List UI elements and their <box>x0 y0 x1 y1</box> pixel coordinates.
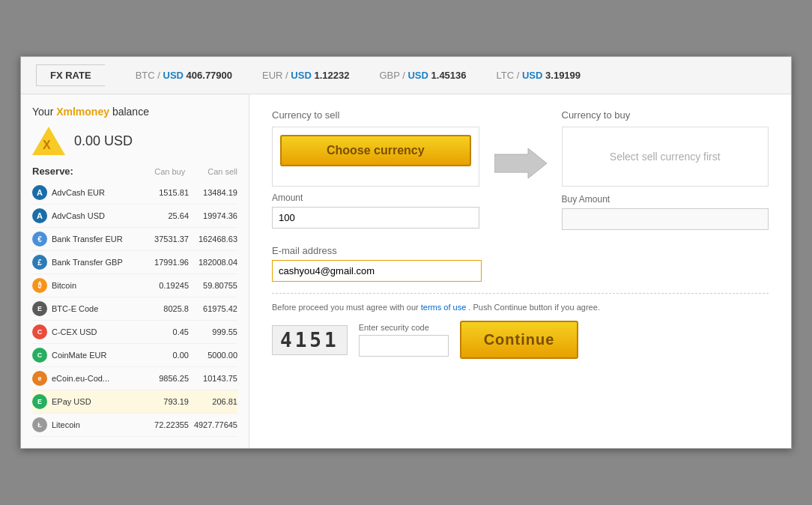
reserve-item-sell: 162468.63 <box>189 235 237 244</box>
reserve-item-buy: 0.45 <box>140 327 189 336</box>
reserve-item-icon: € <box>32 232 47 247</box>
reserve-item-name: C-CEX USD <box>52 327 140 336</box>
reserve-item-sell: 61975.42 <box>189 304 237 313</box>
reserve-list-item[interactable]: C C-CEX USD 0.45 999.55 <box>32 321 237 344</box>
reserve-list-item[interactable]: E EPay USD 793.19 206.81 <box>32 390 237 414</box>
reserve-list-item[interactable]: E BTC-E Code 8025.8 61975.42 <box>32 297 237 321</box>
reserve-item-sell: 5000.00 <box>189 351 237 360</box>
reserve-list-item[interactable]: A AdvCash EUR 1515.81 13484.19 <box>32 181 237 205</box>
fx-pair-btc: BTC / USD 406.77900 <box>136 70 232 81</box>
reserve-item-icon: A <box>32 208 47 223</box>
reserve-item-buy: 37531.37 <box>140 235 189 244</box>
security-code-input[interactable] <box>359 335 449 357</box>
reserve-item-icon: Ł <box>32 417 47 432</box>
reserve-item-name: Bitcoin <box>52 281 140 290</box>
sell-currency-label: Currency to sell <box>272 109 479 121</box>
sidebar: Your Xmlmoney balance X 0.00 USD Reserve… <box>21 94 249 448</box>
reserve-list-item[interactable]: e eCoin.eu-Cod... 9856.25 10143.75 <box>32 367 237 390</box>
terms-text: Before proceed you must agree with our t… <box>272 303 769 312</box>
reserve-item-icon: A <box>32 185 47 200</box>
reserve-item-name: Bank Transfer GBP <box>52 258 140 267</box>
reserve-item-sell: 206.81 <box>189 397 237 406</box>
sell-box: Choose currency <box>272 127 479 187</box>
reserve-item-name: CoinMate EUR <box>52 351 140 360</box>
reserve-item-buy: 9856.25 <box>140 374 189 383</box>
reserve-item-icon: £ <box>32 255 47 270</box>
email-input[interactable] <box>272 260 482 282</box>
email-label: E-mail address <box>272 245 769 256</box>
amount-label: Amount <box>272 193 479 203</box>
exchange-grid: Currency to sell Choose currency Amount <box>272 109 769 230</box>
svg-marker-2 <box>494 148 547 178</box>
reserve-item-name: eCoin.eu-Cod... <box>52 374 140 383</box>
reserve-item-buy: 72.22355 <box>140 420 189 429</box>
main-content: Currency to sell Choose currency Amount <box>249 94 791 448</box>
buy-placeholder: Select sell currency first <box>610 151 721 163</box>
reserve-item-sell: 10143.75 <box>189 374 237 383</box>
reserve-list-item[interactable]: A AdvCash USD 25.64 19974.36 <box>32 205 237 228</box>
reserve-item-icon: e <box>32 371 47 386</box>
fx-pair-gbp: GBP / USD 1.45136 <box>379 70 466 81</box>
sell-section: Currency to sell Choose currency Amount <box>272 109 479 229</box>
reserve-item-sell: 999.55 <box>189 327 237 336</box>
balance-title: Your Xmlmoney balance <box>32 106 237 118</box>
xmlmoney-logo: X <box>32 127 65 155</box>
reserve-item-name: Bank Transfer EUR <box>52 235 140 244</box>
reserve-item-buy: 0.00 <box>140 351 189 360</box>
reserve-item-name: Litecoin <box>52 420 140 429</box>
reserve-item-buy: 0.19245 <box>140 281 189 290</box>
reserve-item-buy: 8025.8 <box>140 304 189 313</box>
reserve-item-sell: 59.80755 <box>189 281 237 290</box>
choose-currency-button[interactable]: Choose currency <box>280 135 471 166</box>
reserve-item-icon: C <box>32 348 47 363</box>
reserve-item-buy: 17991.96 <box>140 258 189 267</box>
reserve-item-buy: 1515.81 <box>140 188 189 197</box>
arrow-section <box>494 109 547 181</box>
reserve-item-buy: 793.19 <box>140 397 189 406</box>
reserve-item-icon: C <box>32 324 47 339</box>
divider <box>272 293 769 294</box>
buy-amount-label: Buy Amount <box>562 194 769 205</box>
reserve-item-sell: 182008.04 <box>189 258 237 267</box>
continue-button[interactable]: Continue <box>460 321 579 359</box>
security-group: Enter security code <box>359 323 449 357</box>
balance-row: X 0.00 USD <box>32 127 237 155</box>
reserve-header: Reserve: Can buy Can sell <box>32 166 237 177</box>
reserve-item-name: AdvCash EUR <box>52 188 140 197</box>
svg-text:X: X <box>43 139 51 151</box>
captcha-row: 4151 Enter security code Continue <box>272 321 769 359</box>
reserve-item-name: EPay USD <box>52 397 140 406</box>
reserve-list-item[interactable]: £ Bank Transfer GBP 17991.96 182008.04 <box>32 251 237 274</box>
security-label: Enter security code <box>359 323 449 332</box>
amount-input[interactable] <box>272 207 479 229</box>
reserve-item-icon: E <box>32 301 47 316</box>
fx-pair-ltc: LTC / USD 3.19199 <box>497 70 581 81</box>
reserve-list-item[interactable]: Ł Litecoin 72.22355 4927.77645 <box>32 414 237 437</box>
reserve-list-item[interactable]: ₿ Bitcoin 0.19245 59.80755 <box>32 274 237 297</box>
balance-amount: 0.00 USD <box>74 133 133 149</box>
email-section: E-mail address <box>272 245 769 282</box>
fx-pair-eur: EUR / USD 1.12232 <box>262 70 349 81</box>
buy-amount-input[interactable] <box>562 208 769 230</box>
fx-rate-bar: FX RATE BTC / USD 406.77900 EUR / USD 1.… <box>21 57 791 94</box>
reserve-item-icon: ₿ <box>32 278 47 293</box>
direction-arrow-icon <box>494 147 547 181</box>
reserve-item-name: AdvCash USD <box>52 211 140 220</box>
buy-box: Select sell currency first <box>562 127 769 187</box>
buy-section: Currency to buy Select sell currency fir… <box>562 109 769 230</box>
reserve-list-item[interactable]: C CoinMate EUR 0.00 5000.00 <box>32 344 237 367</box>
captcha-display: 4151 <box>272 325 348 355</box>
terms-of-use-link[interactable]: terms of use <box>421 303 467 312</box>
fx-rate-label: FX RATE <box>36 64 106 86</box>
reserve-list: A AdvCash EUR 1515.81 13484.19 A AdvCash… <box>32 181 237 437</box>
reserve-item-sell: 4927.77645 <box>189 420 237 429</box>
reserve-item-name: BTC-E Code <box>52 304 140 313</box>
reserve-item-icon: E <box>32 394 47 409</box>
reserve-item-sell: 19974.36 <box>189 211 237 220</box>
reserve-item-sell: 13484.19 <box>189 188 237 197</box>
reserve-item-buy: 25.64 <box>140 211 189 220</box>
reserve-list-item[interactable]: € Bank Transfer EUR 37531.37 162468.63 <box>32 228 237 251</box>
buy-currency-label: Currency to buy <box>562 109 769 121</box>
